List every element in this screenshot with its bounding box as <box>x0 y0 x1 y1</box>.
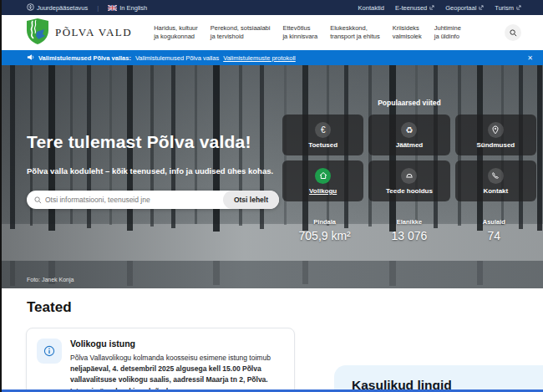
tourism-label: Turism <box>495 4 514 12</box>
stat-value: 74 <box>452 229 536 242</box>
language-switch[interactable]: In English <box>108 4 147 12</box>
topbar-link-geoportal[interactable]: Geoportaal <box>445 4 484 12</box>
nav-perekond[interactable]: Perekond, sotsiaalabi ja tervishoid <box>211 24 271 42</box>
notice-title: Volikogu istung <box>70 339 284 349</box>
header-search-button[interactable] <box>505 24 521 41</box>
stat-label: Elanikke <box>367 218 451 226</box>
nav-label: transport ja ehitus <box>330 33 380 42</box>
nav-elukeskkond[interactable]: Elukeskkond, transport ja ehitus <box>330 24 380 42</box>
tile-label: Sündmused <box>476 141 515 149</box>
accessibility-link[interactable]: Juurdepääsetavus <box>27 3 88 13</box>
accessibility-icon <box>27 3 34 13</box>
nav-ettevotlus[interactable]: Ettevõtlus ja kinnisvara <box>282 24 317 42</box>
megaphone-icon <box>27 53 34 63</box>
tile-teede-hooldus[interactable]: Teede hooldus <box>368 160 449 201</box>
stat-pindala: Pindala 705,9 km² <box>282 218 367 242</box>
banner-plain-text: Valimistulemused Põlva vallas <box>135 54 219 62</box>
external-link-icon <box>479 4 484 12</box>
nav-label: valmisolek <box>393 33 422 42</box>
site-logo[interactable]: PÕLVA VALD <box>27 18 132 48</box>
nav-label: Juhtimine <box>434 24 461 33</box>
nav-label: Perekond, sotsiaalabi <box>211 24 271 33</box>
top-utility-bar: Juurdepääsetavus | In English Kontaktid … <box>0 0 543 15</box>
popular-links-grid: € Toetused ♻ Jäätmed Sündmused Volikogu <box>282 115 536 201</box>
geoportal-label: Geoportaal <box>445 4 476 12</box>
tile-label: Jäätmed <box>396 141 423 149</box>
notice-text: Põlva Vallavolikogu kolmanda koosseisu e… <box>70 354 271 362</box>
coat-of-arms-icon <box>27 18 48 48</box>
tile-label: Kontakt <box>483 187 508 195</box>
page-title: Tere tulemast Põlva valda! <box>27 132 279 152</box>
municipality-stats: Pindala 705,9 km² Elanikke 13 076 Asulai… <box>282 218 536 242</box>
helmet-icon <box>401 168 417 184</box>
map-pin-icon <box>488 122 504 138</box>
recycle-icon: ♻ <box>401 122 417 138</box>
stat-value: 13 076 <box>367 229 451 242</box>
main-content: Teated Volikogu istung Põlva Vallavoliko… <box>0 288 543 392</box>
accessibility-label: Juurdepääsetavus <box>37 4 88 12</box>
tile-label: Volikogu <box>309 187 337 195</box>
search-input[interactable] <box>42 196 223 204</box>
site-name: PÕLVA VALD <box>55 26 132 39</box>
tile-label: Teede hooldus <box>386 187 433 195</box>
tile-jaatmed[interactable]: ♻ Jäätmed <box>368 115 449 155</box>
site-header: PÕLVA VALD Haridus, kultuur ja kogukonna… <box>0 15 543 50</box>
nav-juhtimine[interactable]: Juhtimine ja üldinfo <box>434 24 461 42</box>
tile-label: Toetused <box>308 141 337 149</box>
nav-label: Ettevõtlus <box>282 24 317 33</box>
nav-label: ja üldinfo <box>434 33 461 42</box>
hero-section: Tere tulemast Põlva valda! Põlva valla k… <box>0 65 543 288</box>
topbar-link-eservices[interactable]: E-teenused <box>395 4 434 12</box>
topbar-link-contacts[interactable]: Kontaktid <box>358 4 384 12</box>
notice-card[interactable]: Volikogu istung Põlva Vallavolikogu kolm… <box>26 328 295 392</box>
search-icon <box>27 196 42 204</box>
stat-label: Pindala <box>282 218 367 226</box>
home-icon <box>315 168 331 184</box>
tile-kontakt[interactable]: Kontakt <box>455 160 536 201</box>
topbar-link-tourism[interactable]: Turism <box>495 4 521 12</box>
language-label: In English <box>119 4 147 12</box>
tile-toetused[interactable]: € Toetused <box>282 115 363 155</box>
stat-label: Asulaid <box>452 218 536 226</box>
uk-flag-icon <box>108 5 117 11</box>
main-nav: Haridus, kultuur ja kogukonnad Perekond,… <box>154 24 461 42</box>
banner-protocol-link[interactable]: Valimistulemuste protokoll <box>223 54 296 62</box>
info-icon <box>37 339 62 364</box>
hero-subtitle: Põlva valla koduleht – kõik teenused, in… <box>27 166 279 176</box>
external-link-icon <box>429 4 434 12</box>
nav-label: Elukeskkond, <box>330 24 380 33</box>
useful-links-panel: Kasulikud lingid <box>334 365 543 392</box>
search-icon <box>510 25 517 40</box>
stat-elanikke: Elanikke 13 076 <box>367 218 451 242</box>
alert-banner: Valimistulemused Põlva vallas: Valimistu… <box>0 50 543 65</box>
topbar-divider: | <box>97 4 99 12</box>
stat-asulaid: Asulaid 74 <box>452 218 536 242</box>
tile-volikogu[interactable]: Volikogu <box>282 160 363 201</box>
nav-kriisideks[interactable]: Kriisideks valmisolek <box>393 24 422 42</box>
banner-bold-text: Valimistulemused Põlva vallas: <box>38 54 131 62</box>
search-submit-button[interactable]: Otsi lehelt <box>223 191 279 209</box>
banner-close-icon[interactable]: ✕ <box>527 54 533 62</box>
window-edge <box>0 0 2 392</box>
nav-label: Haridus, kultuur <box>154 24 198 33</box>
external-link-icon <box>516 4 521 12</box>
nav-label: Kriisideks <box>393 24 422 33</box>
nav-label: ja tervishoid <box>211 33 271 42</box>
eservices-label: E-teenused <box>395 4 427 12</box>
contacts-label: Kontaktid <box>358 4 384 12</box>
euro-icon: € <box>315 122 331 138</box>
nav-label: ja kogukonnad <box>154 33 198 42</box>
notice-body: Põlva Vallavolikogu kolmanda koosseisu e… <box>70 353 284 392</box>
stat-value: 705,9 km² <box>282 229 367 242</box>
site-search-bar: Otsi lehelt <box>27 191 279 209</box>
notice-text-bold: neljapäeval, 4. detsembril 2025 algusega… <box>70 364 268 392</box>
phone-icon <box>488 168 504 184</box>
nav-haridus[interactable]: Haridus, kultuur ja kogukonnad <box>154 24 198 42</box>
popular-links-title: Populaarsed viited <box>282 99 536 107</box>
photo-credit: Foto: Janek Konja <box>27 277 74 283</box>
notices-section-title: Teated <box>27 299 72 316</box>
tile-sundmused[interactable]: Sündmused <box>455 115 536 155</box>
nav-label: ja kinnisvara <box>282 33 317 42</box>
